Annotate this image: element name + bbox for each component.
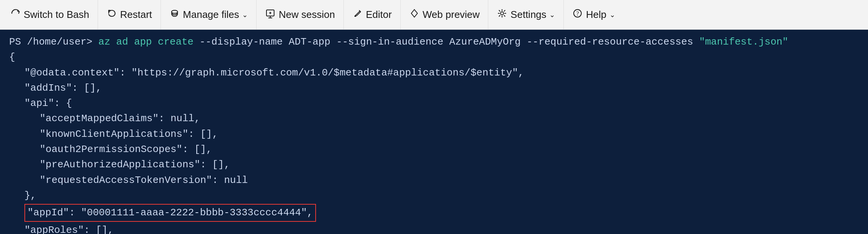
web-preview-button[interactable]: Web preview <box>401 0 489 29</box>
switch-to-bash-button[interactable]: Switch to Bash <box>7 0 98 29</box>
switch-bash-icon <box>10 8 21 21</box>
output-line-10: }, <box>9 188 859 203</box>
manage-files-label: Manage files <box>183 9 239 21</box>
editor-button[interactable]: Editor <box>344 0 401 29</box>
output-line-6: "knownClientApplications": [], <box>9 127 859 142</box>
output-line-2: "@odata.context": "https://graph.microso… <box>9 65 859 80</box>
restart-icon <box>106 8 117 21</box>
output-line-5: "acceptMappedClaims": null, <box>9 111 859 126</box>
settings-label: Settings <box>510 9 546 21</box>
prompt-ps: PS /home/user> <box>9 36 98 48</box>
output-line-12: "appRoles": [], <box>9 223 859 234</box>
output-line-highlighted: "appId": "00001111-aaaa-2222-bbbb-3333cc… <box>9 204 859 221</box>
help-button[interactable]: ? Help ⌄ <box>564 0 623 29</box>
output-line-4: "api": { <box>9 96 859 111</box>
help-label: Help <box>586 9 606 21</box>
prompt-flags: --display-name ADT-app --sign-in-audienc… <box>194 36 699 48</box>
switch-bash-label: Switch to Bash <box>24 9 89 21</box>
terminal-panel[interactable]: PS /home/user> az ad app create --displa… <box>0 30 868 234</box>
settings-chevron-icon: ⌄ <box>549 11 555 19</box>
settings-icon <box>497 8 507 21</box>
manage-files-button[interactable]: Manage files ⌄ <box>161 0 257 29</box>
restart-button[interactable]: Restart <box>98 0 161 29</box>
output-line-1: { <box>9 50 859 65</box>
toolbar: Switch to Bash Restart Manage files ⌄ <box>0 0 868 30</box>
highlighted-appid: "appId": "00001111-aaaa-2222-bbbb-3333cc… <box>24 204 316 221</box>
settings-button[interactable]: Settings ⌄ <box>488 0 564 29</box>
editor-icon <box>352 8 363 21</box>
output-line-7: "oauth2PermissionScopes": [], <box>9 142 859 157</box>
editor-label: Editor <box>366 9 392 21</box>
prompt-line: PS /home/user> az ad app create --displa… <box>9 34 859 50</box>
new-session-label: New session <box>279 9 335 21</box>
restart-label: Restart <box>120 9 152 21</box>
output-line-3: "addIns": [], <box>9 80 859 96</box>
prompt-arg: "manifest.json" <box>699 36 788 48</box>
help-icon: ? <box>572 8 583 21</box>
new-session-icon <box>265 8 276 21</box>
output-line-9: "requestedAccessTokenVersion": null <box>9 173 859 188</box>
new-session-button[interactable]: New session <box>257 0 343 29</box>
svg-point-8 <box>501 12 504 15</box>
output-line-8: "preAuthorizedApplications": [], <box>9 157 859 172</box>
web-preview-label: Web preview <box>423 9 480 21</box>
svg-point-0 <box>172 10 178 13</box>
help-chevron-icon: ⌄ <box>610 11 615 19</box>
svg-text:?: ? <box>576 10 579 17</box>
manage-files-icon <box>169 8 180 21</box>
web-preview-icon <box>409 8 420 21</box>
prompt-cmd: az ad app create <box>98 36 194 48</box>
manage-files-chevron-icon: ⌄ <box>242 11 248 19</box>
